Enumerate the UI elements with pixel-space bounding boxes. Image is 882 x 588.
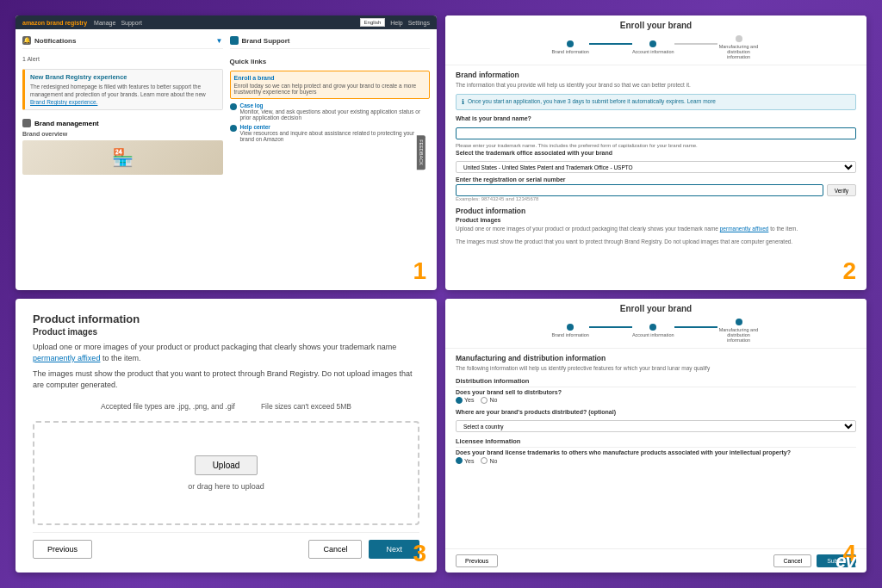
step-3: Manufacturing and distribution informati… — [717, 35, 761, 59]
p4-step-3-dot — [736, 319, 742, 325]
p2-topbar: Enroll your brand Brand information Acco… — [445, 15, 866, 65]
p4-cancel-button[interactable]: Cancel — [773, 554, 811, 567]
step-1-label: Brand information — [551, 49, 588, 54]
p4-license-radio: Yes No — [456, 457, 856, 464]
help-center-text: View resources and inquire about assista… — [240, 130, 415, 142]
upload-button[interactable]: Upload — [195, 455, 258, 475]
notifications-header: 🔔 Notifications ▼ — [22, 36, 223, 49]
p4-distributors-radio: Yes No — [456, 397, 856, 404]
p4-step-1-dot — [567, 324, 574, 331]
amazon-brand-registry-logo: amazon brand registry — [22, 20, 87, 26]
help-center-content: Help center View resources and inquire a… — [240, 124, 431, 142]
p3-cancel-button[interactable]: Cancel — [308, 540, 362, 559]
p3-next-button[interactable]: Next — [369, 540, 419, 559]
verify-button[interactable]: Verify — [827, 184, 856, 196]
brand-name-input[interactable] — [456, 127, 856, 139]
step-1-dot — [567, 40, 574, 47]
step-line-1 — [589, 43, 632, 45]
p3-subtitle: Product images — [33, 327, 419, 337]
p4-step-1-label: Brand information — [551, 332, 588, 337]
brand-info-title: Brand information — [456, 71, 856, 79]
p3-desc2: The images must show the product that yo… — [33, 368, 419, 392]
help-center-title: Help center — [240, 124, 431, 130]
product-desc-text: Upload one or more images of your produc… — [456, 226, 798, 232]
p4-yes-label: Yes — [464, 397, 474, 403]
p4-page-title: Enroll your brand — [456, 304, 856, 313]
p2-stepper: Brand information Account information Ma… — [456, 35, 856, 59]
brand-info-desc: The information that you provide will he… — [456, 81, 856, 89]
panel-4: Enroll your brand Brand information Acco… — [445, 299, 866, 573]
step-2-dot — [649, 40, 656, 47]
brand-registry-link[interactable]: Brand Registry experience. — [30, 99, 97, 105]
help-center-item[interactable]: Help center View resources and inquire a… — [230, 124, 431, 142]
serial-example: Examples: 98743245 and 12345678 — [456, 196, 856, 201]
p4-step-2-label: Account information — [632, 332, 674, 337]
p4-license-radio-yes — [456, 457, 463, 464]
p4-previous-button[interactable]: Previous — [456, 554, 498, 567]
enroll-text: Enroll today so we can help protect and … — [234, 83, 426, 95]
panel-number-3: 3 — [413, 542, 426, 566]
support-link[interactable]: Support — [121, 20, 142, 26]
enroll-brand-item[interactable]: Enroll a brand Enroll today so we can he… — [230, 71, 431, 99]
panel-2: Enroll your brand Brand information Acco… — [445, 15, 866, 290]
p4-radio-yes — [456, 397, 463, 404]
step-line-2 — [674, 43, 717, 45]
p3-file-info: Accepted file types are .jpg, .png, and … — [33, 402, 419, 411]
p4-license-yes-label: Yes — [464, 458, 474, 464]
help-center-icon — [230, 125, 237, 132]
p4-license-no[interactable]: No — [481, 457, 497, 464]
p4-step-2: Account information — [632, 324, 674, 337]
p3-file-size: File sizes can't exceed 5MB — [261, 402, 351, 411]
trademark-label: Select the trademark office associated w… — [456, 150, 856, 156]
p3-or-text: or drag here to upload — [188, 482, 264, 491]
p4-step-3-label: Manufacturing and distribution informati… — [717, 327, 761, 343]
p3-footer: Previous Cancel Next — [33, 532, 419, 559]
p4-topbar: Enroll your brand Brand information Acco… — [445, 299, 866, 349]
serial-input[interactable] — [456, 184, 823, 196]
topbar-right: English Help Settings — [360, 18, 430, 27]
p3-previous-button[interactable]: Previous — [33, 540, 92, 559]
p4-step-line-2 — [674, 326, 717, 328]
p4-distributors-label: Does your brand sell to distributors? — [456, 389, 856, 395]
settings-link[interactable]: Settings — [408, 20, 430, 26]
p3-permanently-affixed-link[interactable]: permanently affixed — [33, 354, 100, 362]
help-link[interactable]: Help — [390, 20, 402, 26]
serial-label: Enter the registration or serial number — [456, 176, 856, 183]
p1-left-column: 🔔 Notifications ▼ 1 Alert New Brand Regi… — [22, 36, 223, 283]
p4-radio-no — [481, 397, 488, 404]
p4-distributors-no[interactable]: No — [481, 397, 497, 404]
trademark-select[interactable]: United States - United States Patent and… — [456, 161, 856, 173]
p4-country-select[interactable]: Select a country — [456, 420, 856, 432]
notifications-title: Notifications — [34, 37, 76, 45]
step-2: Account information — [632, 40, 674, 54]
language-selector[interactable]: English — [360, 18, 386, 27]
p4-distributors-yes[interactable]: Yes — [456, 397, 474, 404]
p4-distribution-title: Distribution information — [456, 377, 856, 387]
permanently-affixed-link[interactable]: permanently affixed — [720, 226, 769, 232]
alert-count: 1 Alert — [22, 54, 223, 64]
step-3-dot — [736, 35, 742, 42]
brand-management-header: Brand management — [22, 119, 223, 127]
notification-title: New Brand Registry experience — [30, 73, 217, 81]
p4-license-yes[interactable]: Yes — [456, 457, 474, 464]
notification-text: The redesigned homepage is filled with f… — [30, 83, 217, 106]
expand-icon[interactable]: ▼ — [216, 37, 223, 45]
brand-overview-label: Brand overview — [22, 131, 223, 137]
feedback-button[interactable]: FEEDBACK — [417, 135, 425, 170]
info-icon: ℹ — [462, 98, 464, 106]
p3-title: Product information — [33, 313, 419, 325]
step-1: Brand information — [551, 40, 588, 54]
p1-main-content: 🔔 Notifications ▼ 1 Alert New Brand Regi… — [16, 29, 437, 290]
brand-name-label: What is your brand name? — [456, 115, 856, 121]
manage-link[interactable]: Manage — [94, 20, 115, 26]
product-images-label: Product images — [456, 217, 856, 223]
brand-support-header: Brand Support — [230, 36, 431, 49]
p4-no-label: No — [489, 397, 497, 403]
p4-step-1: Brand information — [551, 324, 588, 337]
p4-where-label: Where are your brand's products distribu… — [456, 409, 856, 415]
p3-upload-area[interactable]: Upload or drag here to upload — [33, 421, 419, 526]
p3-desc1-text: Upload one or more images of your produc… — [33, 343, 396, 363]
enroll-title: Enroll a brand — [234, 75, 426, 81]
case-log-item[interactable]: Case log Monitor, view, and ask question… — [230, 102, 431, 121]
case-log-content: Case log Monitor, view, and ask question… — [240, 102, 431, 121]
